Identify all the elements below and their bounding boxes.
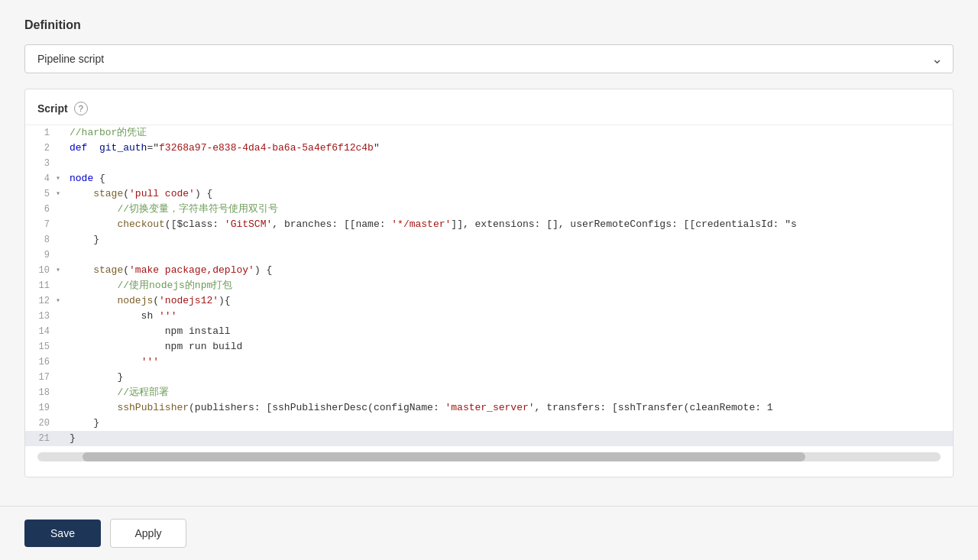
- code-line-12: 12 ▾ nodejs('nodejs12'){: [25, 293, 953, 309]
- code-line-16: 16 ''': [25, 354, 953, 370]
- code-editor[interactable]: 1 //harbor的凭证 2 def git_auth="f3268a97-e…: [25, 125, 953, 446]
- code-line-4: 4 ▾ node {: [25, 171, 953, 186]
- code-line-11: 11 //使用nodejs的npm打包: [25, 278, 953, 293]
- apply-button[interactable]: Apply: [110, 519, 186, 548]
- scrollbar-thumb[interactable]: [83, 452, 805, 461]
- pipeline-type-dropdown[interactable]: Pipeline script Pipeline script from SCM: [24, 44, 954, 73]
- code-line-19: 19 sshPublisher(publishers: [sshPublishe…: [25, 400, 953, 416]
- code-line-2: 2 def git_auth="f3268a97-e838-4da4-ba6a-…: [25, 141, 953, 156]
- line-number-1: 1: [25, 125, 56, 141]
- code-line-14: 14 npm install: [25, 324, 953, 339]
- code-line-1: 1 //harbor的凭证: [25, 125, 953, 141]
- code-line-9: 9: [25, 248, 953, 263]
- code-line-10: 10 ▾ stage('make package,deploy') {: [25, 263, 953, 278]
- horizontal-scrollbar[interactable]: [37, 452, 941, 461]
- script-label: Script: [37, 102, 68, 115]
- code-line-20: 20 }: [25, 416, 953, 431]
- code-line-18: 18 //远程部署: [25, 385, 953, 400]
- code-line-8: 8 }: [25, 232, 953, 248]
- save-button[interactable]: Save: [24, 520, 101, 547]
- code-line-6: 6 //切换变量，字符串符号使用双引号: [25, 202, 953, 217]
- code-line-21: 21 }: [25, 431, 953, 446]
- definition-title: Definition: [24, 18, 954, 32]
- help-icon[interactable]: ?: [74, 102, 88, 115]
- code-line-3: 3: [25, 156, 953, 171]
- script-header: Script ?: [25, 102, 953, 125]
- pipeline-type-dropdown-wrapper: Pipeline script Pipeline script from SCM…: [24, 44, 954, 73]
- code-line-5: 5 ▾ stage('pull code') {: [25, 186, 953, 202]
- code-line-17: 17 }: [25, 370, 953, 385]
- code-line-7: 7 checkout([$class: 'GitSCM', branches: …: [25, 217, 953, 232]
- code-line-13: 13 sh ''': [25, 309, 953, 324]
- script-panel: Script ? 1 //harbor的凭证 2 def git_auth="f…: [24, 89, 954, 477]
- horizontal-scrollbar-area[interactable]: [25, 449, 953, 465]
- code-line-15: 15 npm run build: [25, 339, 953, 354]
- footer-bar: Save Apply: [0, 506, 978, 560]
